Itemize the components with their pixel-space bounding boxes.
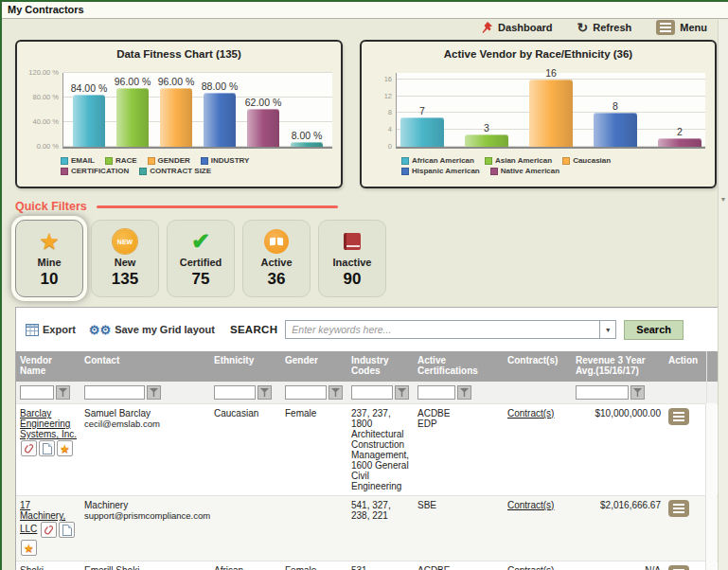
filter-input-certs[interactable]: [417, 385, 455, 400]
column-header-gender[interactable]: Gender: [281, 351, 347, 382]
column-header-action[interactable]: Action: [665, 351, 706, 382]
filter-funnel-button[interactable]: [457, 385, 471, 400]
cell-certifications: SBE: [414, 496, 504, 561]
funnel-icon: [633, 388, 642, 397]
filter-input-industry[interactable]: [351, 385, 393, 400]
filter-funnel-button[interactable]: [630, 385, 645, 400]
column-header-vendor-name[interactable]: Vendor Name: [16, 351, 80, 382]
legend-swatch: [490, 168, 498, 175]
grid-toolbar: Export ⚙⚙ Save my Grid layout SEARCH ▼ S…: [16, 308, 718, 351]
check-icon: ✔: [191, 230, 210, 253]
legend-swatch: [485, 157, 492, 165]
y-axis-tick-label: 0.00 %: [37, 142, 59, 151]
favorite-button[interactable]: ★: [21, 540, 37, 556]
refresh-label: Refresh: [593, 22, 631, 33]
search-input[interactable]: [285, 320, 599, 339]
bar-value-label: 84.00 %: [71, 82, 108, 94]
legend-item: EMAIL: [61, 156, 95, 165]
save-grid-layout-button[interactable]: ⚙⚙ Save my Grid layout: [89, 324, 215, 336]
contracts-link[interactable]: Contract(s): [507, 500, 554, 510]
tile-label: New: [115, 257, 136, 268]
filter-funnel-button[interactable]: [328, 385, 343, 400]
contact-email: cecil@emslab.com: [84, 419, 206, 429]
filter-input-gender[interactable]: [285, 385, 327, 400]
dashboard-button[interactable]: Dashboard: [480, 21, 552, 34]
cell-industry: 531: [347, 561, 414, 570]
row-action-menu-button[interactable]: [668, 565, 689, 570]
legend-item: African American: [401, 156, 474, 165]
quick-filter-mine[interactable]: ★Mine10: [15, 220, 83, 297]
quick-filter-certified[interactable]: ✔Certified75: [167, 220, 235, 297]
filter-input-vendor[interactable]: [20, 385, 54, 400]
bar-industry: 88.00 %: [204, 93, 236, 147]
star-icon: ★: [60, 443, 70, 454]
filter-cell-industry: [347, 382, 414, 404]
column-header-contract-s[interactable]: Contract(s): [504, 351, 572, 382]
bar-group: 84.00 %96.00 %96.00 %88.00 %62.00 %8.00 …: [63, 88, 332, 147]
column-header-industry-codes[interactable]: Industry Codes: [347, 351, 414, 382]
column-header-contact[interactable]: Contact: [80, 351, 210, 382]
vendor-name-link[interactable]: Barclay Engineering Systems, Inc.: [20, 408, 77, 439]
filter-funnel-button[interactable]: [147, 385, 161, 400]
quick-filter-inactive[interactable]: Inactive90: [318, 220, 386, 297]
certification: ACDBE: [417, 565, 500, 570]
cell-revenue: $10,000,000.00: [572, 404, 665, 496]
favorite-button[interactable]: ★: [57, 440, 73, 456]
y-axis-tick-label: 120.00 %: [28, 68, 59, 77]
legend-item: CONTRACT SIZE: [139, 167, 211, 175]
quick-filters-label: Quick Filters: [15, 200, 87, 213]
filter-funnel-button[interactable]: [257, 385, 272, 400]
menu-icon: [673, 504, 684, 513]
cell-gender: Female: [281, 561, 347, 570]
tile-label: Active: [260, 257, 292, 268]
row-action-menu-button[interactable]: [668, 500, 689, 517]
legend-swatch: [401, 157, 409, 165]
search-dropdown-button[interactable]: ▼: [599, 320, 616, 339]
bar-caucasian: 16: [529, 80, 573, 147]
bar-race: 96.00 %: [116, 88, 149, 147]
chart-legend: African AmericanAsian AmericanCaucasianH…: [401, 156, 695, 175]
row-action-menu-button[interactable]: [668, 408, 689, 425]
filter-input-ethnicity[interactable]: [214, 385, 256, 400]
attachment-button[interactable]: [41, 522, 57, 538]
export-button[interactable]: Export: [26, 324, 76, 336]
legend-label: African American: [412, 156, 474, 165]
grid-vertical-scrollbar[interactable]: [705, 403, 717, 570]
filter-cell-certs: [414, 382, 504, 404]
y-axis-tick-label: 16: [384, 75, 392, 83]
quick-filter-new[interactable]: NEWNew135: [91, 220, 159, 297]
active-vendor-chart-panel: Active Vendor by Race/Ethnicity (36) 048…: [360, 40, 717, 188]
contracts-link[interactable]: Contract(s): [507, 565, 554, 570]
funnel-icon: [460, 388, 469, 397]
page-vertical-scrollbar[interactable]: ▼: [718, 20, 728, 570]
vendor-name-link[interactable]: Shoki Property Management: [20, 565, 75, 570]
column-header-ethnicity[interactable]: Ethnicity: [210, 351, 281, 382]
filter-input-revenue[interactable]: [576, 385, 629, 400]
notes-button[interactable]: [59, 522, 75, 538]
bar-value-label: 16: [545, 67, 557, 79]
contractors-grid-panel: Export ⚙⚙ Save my Grid layout SEARCH ▼ S…: [15, 307, 719, 570]
funnel-icon: [398, 388, 406, 397]
notes-button[interactable]: [39, 440, 55, 456]
tile-count: 36: [268, 270, 286, 289]
contracts-link[interactable]: Contract(s): [507, 408, 554, 419]
attachment-button[interactable]: [21, 440, 37, 456]
cell-gender: Female: [281, 404, 347, 496]
certification: EDP: [417, 419, 500, 429]
quick-filter-active[interactable]: Active36: [242, 220, 311, 297]
legend-swatch: [401, 168, 409, 175]
y-axis-tick-label: 40.00 %: [32, 117, 59, 126]
refresh-button[interactable]: ↻ Refresh: [577, 22, 632, 33]
tile-icon-wrap: [344, 228, 361, 255]
chart-plot: 0.00 %40.00 %80.00 %120.00 %84.00 %96.00…: [62, 73, 332, 149]
column-header-active-certifications[interactable]: Active Certifications: [414, 351, 504, 382]
cell-contact: Samuel Barclaycecil@emslab.com: [80, 404, 210, 496]
filter-input-contact[interactable]: [84, 385, 145, 400]
search-button[interactable]: Search: [624, 320, 684, 340]
menu-button[interactable]: Menu: [656, 20, 707, 35]
column-header-revenue-3-year-avg-15-16-17[interactable]: Revenue 3 Year Avg.(15/16/17): [572, 351, 665, 382]
data-fitness-chart-panel: Data Fitness Chart (135) 0.00 %40.00 %80…: [15, 40, 343, 188]
filter-funnel-button[interactable]: [56, 385, 70, 400]
filter-funnel-button[interactable]: [395, 385, 409, 400]
bar-native-american: 2: [658, 138, 701, 147]
